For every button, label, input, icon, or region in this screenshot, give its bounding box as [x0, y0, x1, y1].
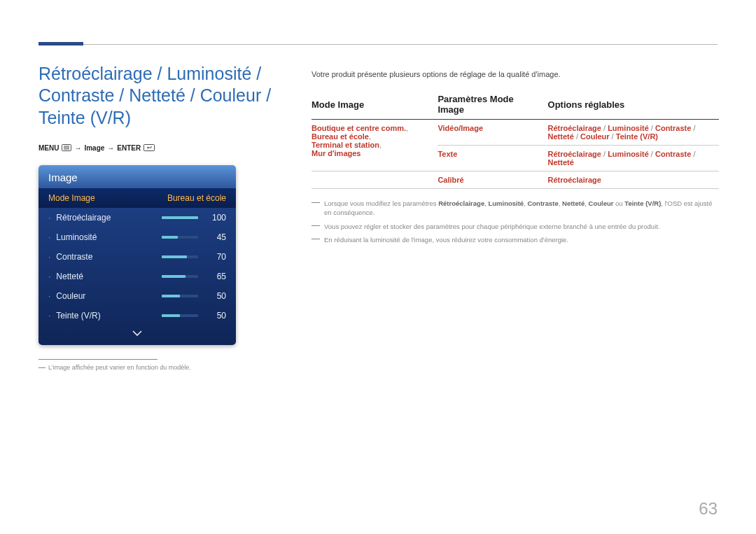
cell-param: Vidéo/Image	[438, 120, 547, 146]
footnote-model: L'image affichée peut varier en fonction…	[38, 364, 280, 371]
osd-slider-row[interactable]: ·Contraste70	[38, 247, 236, 267]
divider	[38, 359, 158, 360]
osd-slider-bar[interactable]	[162, 255, 198, 258]
arrow: →	[107, 144, 114, 152]
intro-text: Votre produit présente plusieurs options…	[312, 70, 719, 78]
note-item: Lorsque vous modifiez les paramètres Rét…	[312, 199, 719, 218]
right-column: Votre produit présente plusieurs options…	[312, 70, 719, 248]
page-heading: Rétroéclairage / Luminosité / Contraste …	[38, 63, 280, 129]
osd-slider-row[interactable]: ·Couleur50	[38, 286, 236, 306]
osd-item-label: Rétroéclairage	[56, 213, 111, 223]
osd-item-value: 50	[206, 291, 226, 301]
osd-item-label: Netteté	[56, 272, 83, 281]
osd-item-label: Luminosité	[56, 232, 97, 242]
enter-label: ENTER	[117, 144, 141, 152]
th-params: Paramètres Mode Image	[438, 90, 547, 120]
osd-item-value: 50	[206, 311, 226, 321]
osd-item-label: Couleur	[56, 291, 85, 301]
bullet-icon: ·	[48, 232, 50, 242]
osd-slider-row[interactable]: ·Teinte (V/R)50	[38, 306, 236, 325]
left-column: Rétroéclairage / Luminosité / Contraste …	[38, 63, 280, 371]
bullet-icon: ·	[48, 291, 50, 301]
bullet-icon: ·	[48, 252, 50, 262]
note-item: Vous pouvez régler et stocker des paramè…	[312, 222, 719, 231]
menu-icon	[62, 144, 71, 153]
page-number: 63	[699, 499, 718, 519]
osd-item-value: 100	[206, 213, 226, 223]
notes: Lorsque vous modifiez les paramètres Rét…	[312, 199, 719, 244]
top-rule	[38, 44, 718, 45]
osd-mode-row[interactable]: Mode Image Bureau et école	[38, 188, 236, 208]
osd-slider-row[interactable]: ·Netteté65	[38, 267, 236, 286]
osd-slider-row[interactable]: ·Rétroéclairage100	[38, 208, 236, 227]
table-row: Boutique et centre comm., Bureau et écol…	[312, 120, 719, 146]
cell-param: Texte	[438, 146, 547, 171]
nav-image: Image	[84, 144, 104, 152]
cell-options: Rétroéclairage	[548, 171, 719, 189]
osd-slider-bar[interactable]	[162, 314, 198, 317]
osd-item-value: 45	[206, 232, 226, 242]
menu-path: MENU → Image → ENTER	[38, 144, 280, 153]
osd-slider-bar[interactable]	[162, 236, 198, 239]
cell-options: Rétroéclairage / Luminosité / Contraste …	[548, 120, 719, 146]
osd-item-label: Teinte (V/R)	[56, 311, 100, 321]
bullet-icon: ·	[48, 213, 50, 223]
enter-icon	[144, 144, 155, 153]
osd-slider-bar[interactable]	[162, 216, 198, 219]
table-row: Calibré Rétroéclairage	[312, 171, 719, 189]
menu-label: MENU	[38, 144, 59, 152]
osd-slider-bar[interactable]	[162, 275, 198, 278]
osd-mode-value: Bureau et école	[167, 193, 226, 203]
osd-slider-row[interactable]: ·Luminosité45	[38, 227, 236, 247]
th-mode: Mode Image	[312, 90, 438, 120]
chevron-down-icon[interactable]	[38, 325, 236, 345]
options-table: Mode Image Paramètres Mode Image Options…	[312, 90, 719, 189]
cell-mode-list: Boutique et centre comm., Bureau et écol…	[312, 120, 438, 171]
osd-item-value: 65	[206, 272, 226, 281]
osd-slider-bar[interactable]	[162, 295, 198, 297]
cell-options: Rétroéclairage / Luminosité / Contraste …	[548, 146, 719, 171]
bullet-icon: ·	[48, 311, 50, 321]
osd-title: Image	[38, 165, 236, 188]
osd-mode-label: Mode Image	[48, 193, 95, 203]
osd-item-value: 70	[206, 252, 226, 262]
osd-item-label: Contraste	[56, 252, 92, 262]
note-item: En réduisant la luminosité de l'image, v…	[312, 235, 719, 244]
bullet-icon: ·	[48, 272, 50, 281]
cell-empty	[312, 171, 438, 189]
th-options: Options réglables	[548, 90, 719, 120]
cell-param: Calibré	[438, 171, 547, 189]
content: Rétroéclairage / Luminosité / Contraste …	[38, 63, 718, 492]
osd-panel: Image Mode Image Bureau et école ·Rétroé…	[38, 165, 236, 345]
arrow: →	[74, 144, 81, 152]
